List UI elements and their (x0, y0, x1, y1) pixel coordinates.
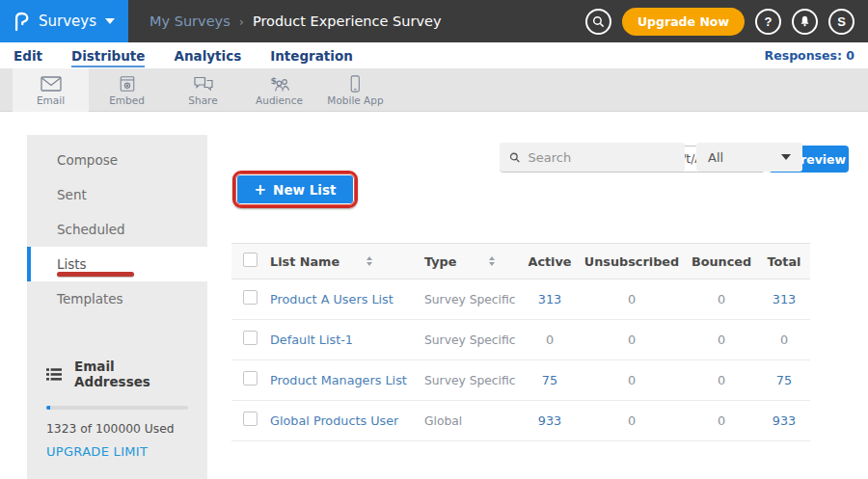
tab-integration[interactable]: Integration (270, 48, 353, 64)
survey-nav-tabs: Edit Distribute Analytics Integration Re… (0, 42, 868, 68)
caret-down-icon (781, 154, 791, 160)
mobile-phone-icon (349, 75, 362, 93)
list-type: Survey Specific (424, 374, 521, 387)
bounced-count: 0 (685, 373, 758, 387)
channel-label: Email (37, 94, 65, 106)
notifications-button[interactable] (792, 9, 818, 35)
channel-label: Mobile App (327, 94, 383, 106)
search-icon (509, 151, 521, 164)
filter-selected-value: All (708, 150, 723, 165)
breadcrumb-separator: › (239, 14, 244, 29)
new-list-button[interactable]: + New List (237, 175, 353, 203)
table-row: Product A Users List Survey Specific 313… (231, 279, 810, 320)
annotation-red-highlight-box: + New List (232, 171, 358, 208)
breadcrumb: My Surveys › Product Experience Survey (149, 13, 441, 29)
tab-edit[interactable]: Edit (14, 48, 42, 64)
row-checkbox[interactable] (243, 290, 258, 305)
breadcrumb-my-surveys[interactable]: My Surveys (149, 13, 231, 29)
bounced-count: 0 (685, 333, 758, 347)
email-addresses-header: Email Addresses (46, 359, 188, 389)
column-header-type[interactable]: Type (424, 254, 521, 269)
email-lists-table: List Name Type Active Unsubscribed Bounc… (231, 243, 810, 441)
page-title: Product Experience Survey (253, 13, 442, 29)
usage-text: 1323 of 100000 Used (46, 422, 188, 436)
bounced-count: 0 (685, 292, 758, 306)
active-count[interactable]: 75 (521, 373, 579, 387)
sidebar-item-templates[interactable]: Templates (27, 281, 207, 316)
sidebar-item-label: Lists (57, 256, 87, 272)
search-button[interactable] (585, 9, 611, 35)
total-count[interactable]: 75 (758, 373, 810, 387)
email-addresses-title: Email Addresses (74, 359, 188, 389)
table-row: Product Managers List Survey Specific 75… (231, 360, 810, 401)
column-header-list-name[interactable]: List Name (270, 254, 424, 269)
channel-email[interactable]: Email (13, 68, 89, 112)
tab-distribute[interactable]: Distribute (71, 48, 146, 64)
app-screen: Surveys My Surveys › Product Experience … (0, 0, 868, 479)
unsubscribed-count: 0 (579, 373, 685, 387)
bounced-count: 0 (685, 413, 758, 428)
svg-text:$: $ (270, 75, 277, 86)
active-count[interactable]: 313 (521, 292, 579, 306)
column-header-total: Total (758, 254, 810, 269)
sidebar-item-scheduled[interactable]: Scheduled (27, 212, 207, 247)
table-header-row: List Name Type Active Unsubscribed Bounc… (231, 243, 810, 279)
select-all-checkbox[interactable] (243, 253, 258, 267)
total-count[interactable]: 933 (758, 413, 810, 428)
annotation-red-underline (57, 272, 134, 277)
list-type: Survey Specific (424, 293, 521, 306)
column-header-bounced: Bounced (685, 254, 758, 269)
unsubscribed-count: 0 (579, 292, 685, 306)
list-name-link[interactable]: Product Managers List (270, 373, 424, 387)
caret-down-icon (105, 18, 115, 24)
row-checkbox[interactable] (243, 331, 258, 345)
questionpro-logo-icon (14, 12, 30, 32)
usage-progress-fill (46, 406, 50, 410)
embed-window-icon (119, 75, 136, 93)
header-actions: Upgrade Now ? S (585, 8, 868, 36)
help-button[interactable]: ? (755, 9, 781, 35)
active-count[interactable]: 933 (521, 413, 579, 428)
channel-audience[interactable]: $ Audience (241, 68, 317, 112)
sidebar-item-sent[interactable]: Sent (27, 177, 207, 212)
list-name-link[interactable]: Global Products User (270, 413, 424, 428)
account-avatar[interactable]: S (828, 9, 854, 35)
tab-analytics[interactable]: Analytics (174, 48, 241, 64)
sidebar-item-lists[interactable]: Lists (27, 247, 207, 281)
app-menu-label: Surveys (39, 13, 96, 30)
list-name-link[interactable]: Default List-1 (270, 333, 424, 347)
list-type: Global (424, 414, 521, 428)
total-count[interactable]: 313 (758, 292, 810, 306)
list-name-link[interactable]: Product A Users List (270, 292, 424, 306)
search-input[interactable] (529, 150, 675, 165)
row-checkbox[interactable] (243, 371, 258, 386)
row-checkbox[interactable] (243, 412, 258, 426)
channel-embed[interactable]: Embed (89, 68, 165, 112)
surveys-app-menu[interactable]: Surveys (0, 0, 128, 42)
channel-mobile-app[interactable]: Mobile App (317, 68, 393, 112)
total-count: 0 (758, 333, 810, 347)
unsubscribed-count: 0 (579, 333, 685, 347)
upgrade-now-button[interactable]: Upgrade Now (622, 8, 745, 36)
channel-label: Embed (109, 94, 145, 106)
top-header: Surveys My Surveys › Product Experience … (0, 0, 868, 42)
new-list-label: New List (273, 182, 336, 198)
table-row: Default List-1 Survey Specific 0 0 0 0 (231, 320, 810, 360)
channel-label: Share (188, 94, 217, 106)
column-header-active: Active (521, 254, 579, 269)
envelope-icon (41, 75, 62, 93)
column-header-unsubscribed: Unsubscribed (579, 254, 685, 269)
channel-share[interactable]: Share (165, 68, 241, 112)
list-type: Survey Specific (424, 333, 521, 347)
question-mark-icon: ? (765, 14, 773, 29)
sidebar-item-compose[interactable]: Compose (27, 143, 207, 177)
table-row: Global Products User Global 933 0 0 933 (231, 401, 810, 441)
responses-count[interactable]: Responses: 0 (765, 48, 854, 63)
audience-dollar-icon: $ (269, 75, 290, 93)
upgrade-limit-link[interactable]: UPGRADE LIMIT (46, 444, 188, 459)
active-count: 0 (521, 333, 579, 347)
bell-icon (799, 14, 811, 28)
list-filter-dropdown[interactable]: All (696, 143, 802, 172)
search-icon (592, 15, 605, 28)
plus-icon: + (255, 181, 267, 199)
